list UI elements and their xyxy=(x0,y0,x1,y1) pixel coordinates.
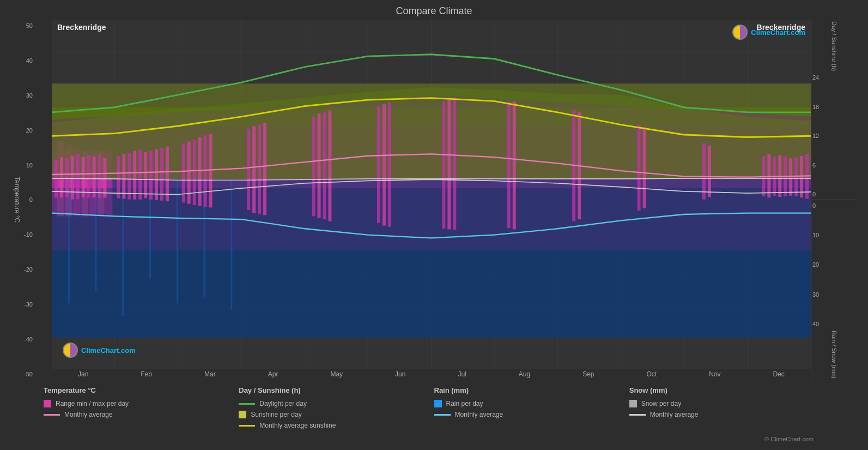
left-axis-label: Temperature °C xyxy=(11,20,23,380)
month-aug: Aug xyxy=(519,370,530,378)
svg-rect-64 xyxy=(166,147,169,201)
month-nov: Nov xyxy=(709,370,720,378)
logo-text-top: ClimeChart.com xyxy=(751,28,805,37)
svg-rect-90 xyxy=(643,127,646,208)
legend-item-snow-day: Snow per day xyxy=(629,400,824,407)
legend-title-rain: Rain (mm) xyxy=(434,386,629,394)
legend-col-sunshine: Day / Sunshine (h) Daylight per day Suns… xyxy=(239,386,434,429)
svg-rect-55 xyxy=(117,156,120,199)
svg-rect-80 xyxy=(383,104,386,226)
svg-rect-66 xyxy=(187,142,191,204)
svg-rect-58 xyxy=(133,151,136,200)
month-mar: Mar xyxy=(204,370,216,378)
month-sep: Sep xyxy=(582,370,594,378)
svg-rect-70 xyxy=(209,134,213,208)
svg-rect-99 xyxy=(794,157,798,196)
x-axis-labels: Jan Feb Mar Apr May Jun Jul Aug Sep Oct … xyxy=(52,369,811,380)
svg-rect-78 xyxy=(328,110,331,221)
svg-rect-48 xyxy=(71,156,74,200)
legend-area: Temperature °C Range min / max per day M… xyxy=(11,380,857,436)
chart-title: Compare Climate xyxy=(11,5,857,17)
logo-top-right: ClimeChart.com xyxy=(732,25,805,40)
svg-rect-100 xyxy=(800,156,803,197)
logo-icon-bottom xyxy=(63,343,78,358)
month-apr: Apr xyxy=(268,370,278,378)
svg-rect-51 xyxy=(87,155,90,198)
month-feb: Feb xyxy=(141,370,152,378)
svg-rect-79 xyxy=(377,106,380,223)
month-may: May xyxy=(330,370,343,378)
svg-rect-75 xyxy=(312,117,315,217)
svg-rect-67 xyxy=(193,140,196,205)
legend-title-temp: Temperature °C xyxy=(44,386,239,394)
svg-rect-91 xyxy=(702,143,706,200)
svg-rect-59 xyxy=(138,149,142,199)
svg-rect-62 xyxy=(155,149,158,200)
location-label-left: Breckenridge xyxy=(57,23,106,32)
svg-rect-42 xyxy=(177,179,178,303)
svg-rect-69 xyxy=(204,135,207,207)
svg-rect-81 xyxy=(388,103,391,227)
legend-item-sunshine-day: Sunshine per day xyxy=(239,411,434,418)
legend-title-sunshine: Day / Sunshine (h) xyxy=(239,386,434,394)
svg-rect-40 xyxy=(122,179,124,316)
legend-item-rain-day: Rain per day xyxy=(434,400,629,407)
month-jul: Jul xyxy=(458,370,466,378)
legend-line-temp-avg xyxy=(44,414,60,416)
month-dec: Dec xyxy=(773,370,785,378)
logo-icon-top xyxy=(732,25,748,40)
svg-rect-56 xyxy=(122,154,125,199)
svg-rect-68 xyxy=(198,137,202,206)
month-oct: Oct xyxy=(647,370,657,378)
legend-col-temperature: Temperature °C Range min / max per day M… xyxy=(44,386,239,429)
legend-box-snow-day xyxy=(629,400,637,407)
svg-rect-63 xyxy=(160,148,163,201)
svg-rect-52 xyxy=(93,157,96,197)
legend-title-snow: Snow (mm) xyxy=(629,386,824,394)
right-axis-top-label: Day / Sunshine (h) xyxy=(811,20,857,72)
svg-rect-47 xyxy=(65,158,69,197)
legend-col-snow: Snow (mm) Snow per day Monthly average xyxy=(629,386,824,429)
legend-box-temp-range xyxy=(44,400,51,407)
right-axis-bottom-ticks: 0 10 20 30 40 xyxy=(811,200,857,329)
svg-rect-74 xyxy=(263,123,266,215)
svg-rect-76 xyxy=(318,113,321,218)
legend-item-temp-avg: Monthly average xyxy=(44,411,239,418)
right-axis-bottom-label: Rain / Snow (mm) xyxy=(811,329,857,380)
logo-bottom-left: ClimeChart.com xyxy=(63,343,136,358)
svg-rect-61 xyxy=(149,151,153,200)
legend-box-rain-day xyxy=(434,400,442,407)
legend-item-rain-avg: Monthly average xyxy=(434,411,629,418)
svg-rect-94 xyxy=(767,154,770,197)
month-jan: Jan xyxy=(78,370,88,378)
legend-box-sunshine-day xyxy=(239,411,246,418)
month-jun: Jun xyxy=(395,370,405,378)
legend-line-snow-avg xyxy=(629,414,646,416)
chart-area: Breckenridge Breckenridge ClimeChart.com… xyxy=(52,20,811,369)
legend-line-rain-avg xyxy=(434,414,451,416)
svg-rect-44 xyxy=(230,179,232,310)
legend-item-temp-range: Range min / max per day xyxy=(44,400,239,407)
copyright-text: © ClimeChart.com xyxy=(11,436,857,445)
svg-rect-89 xyxy=(638,125,641,211)
svg-rect-71 xyxy=(247,129,250,210)
svg-rect-37 xyxy=(52,188,811,338)
svg-rect-54 xyxy=(104,158,107,197)
legend-item-snow-avg: Monthly average xyxy=(629,411,824,418)
svg-rect-77 xyxy=(323,112,326,219)
svg-rect-73 xyxy=(258,125,261,214)
logo-text-bottom: ClimeChart.com xyxy=(81,346,136,355)
svg-rect-84 xyxy=(453,98,456,230)
svg-rect-98 xyxy=(789,158,792,195)
svg-rect-86 xyxy=(513,101,516,229)
svg-rect-60 xyxy=(144,152,147,198)
legend-line-daylight xyxy=(239,403,255,405)
legend-item-daylight: Daylight per day xyxy=(239,400,434,407)
legend-col-rain: Rain (mm) Rain per day Monthly average xyxy=(434,386,629,429)
legend-item-sunshine-avg: Monthly average sunshine xyxy=(239,422,434,429)
svg-rect-53 xyxy=(98,154,101,198)
svg-rect-38 xyxy=(68,179,70,303)
legend-line-sunshine-avg xyxy=(239,425,255,427)
svg-rect-92 xyxy=(708,146,711,197)
svg-rect-82 xyxy=(442,101,445,229)
